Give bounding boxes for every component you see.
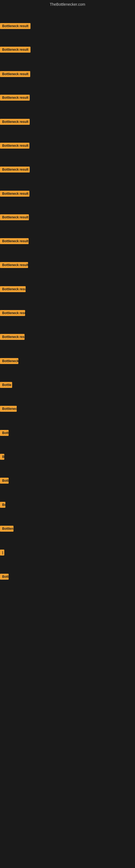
bottleneck-badge[interactable]: Bottleneck result: [0, 46, 31, 53]
bottleneck-item: Bottleneck resu: [0, 334, 25, 341]
bottleneck-badge[interactable]: Bottle: [0, 382, 12, 388]
bottleneck-item: Bottleneck: [0, 358, 18, 365]
bottleneck-badge[interactable]: Bottleneck result: [0, 214, 29, 220]
bottleneck-item: Bottleneck result: [0, 166, 30, 174]
bottleneck-badge[interactable]: Bott: [0, 574, 9, 580]
bottleneck-badge[interactable]: Bottleneck result: [0, 262, 28, 268]
bottleneck-badge[interactable]: Bott: [0, 430, 9, 436]
bottleneck-badge[interactable]: Bottlen: [0, 526, 13, 532]
bottleneck-item: Bo: [0, 502, 5, 509]
bottleneck-badge[interactable]: B: [0, 454, 4, 460]
bottleneck-item: Bottleneck resu: [0, 310, 25, 317]
bottleneck-item: B: [0, 454, 4, 461]
bottleneck-badge[interactable]: Bottleneck result: [0, 191, 30, 197]
bottleneck-item: |: [0, 550, 4, 557]
bottleneck-badge[interactable]: Bottleneck result: [0, 119, 30, 125]
bottleneck-item: Bottleneck result: [0, 191, 30, 198]
bottleneck-badge[interactable]: Bottleneck result: [0, 95, 30, 101]
bottleneck-badge[interactable]: Bottleneck resu: [0, 334, 25, 340]
bottleneck-item: Bottlenec: [0, 406, 17, 413]
bottleneck-item: Bottleneck result: [0, 23, 31, 30]
bottleneck-badge[interactable]: Bottleneck result: [0, 166, 30, 173]
bottleneck-item: Bottleneck result: [0, 95, 30, 102]
bottleneck-badge[interactable]: Bottleneck result: [0, 238, 29, 244]
bottleneck-item: Bott: [0, 574, 9, 581]
bottleneck-item: Bottleneck result: [0, 238, 29, 245]
bottleneck-item: Bottleneck result: [0, 46, 31, 54]
bottleneck-badge[interactable]: Bottleneck result: [0, 143, 30, 149]
bottleneck-item: Bottleneck result: [0, 262, 28, 269]
bottleneck-item: Bottleneck result: [0, 143, 30, 150]
bottleneck-badge[interactable]: Bottlenec: [0, 406, 17, 412]
bottleneck-item: Bott: [0, 430, 9, 437]
bottleneck-badge[interactable]: Bottleneck result: [0, 71, 30, 77]
bottleneck-item: Bottleneck result: [0, 71, 30, 78]
bottleneck-item: Bottleneck result: [0, 119, 30, 126]
bottleneck-badge[interactable]: |: [0, 550, 4, 556]
site-title: TheBottlenecker.com: [0, 0, 135, 8]
bottleneck-item: Bottleneck result: [0, 214, 29, 221]
bottleneck-badge[interactable]: Bottleneck resu: [0, 310, 25, 316]
bottleneck-badge[interactable]: Bottleneck: [0, 358, 18, 364]
bottleneck-item: Bottle: [0, 382, 12, 389]
bottleneck-item: Bottlen: [0, 526, 13, 533]
bottleneck-badge[interactable]: Bottleneck resu: [0, 286, 26, 292]
bottleneck-badge[interactable]: Bo: [0, 502, 5, 508]
bottleneck-badge[interactable]: Bott: [0, 478, 9, 484]
bottleneck-badge[interactable]: Bottleneck result: [0, 23, 31, 29]
bottleneck-item: Bottleneck resu: [0, 286, 26, 293]
bottleneck-item: Bott: [0, 478, 9, 485]
